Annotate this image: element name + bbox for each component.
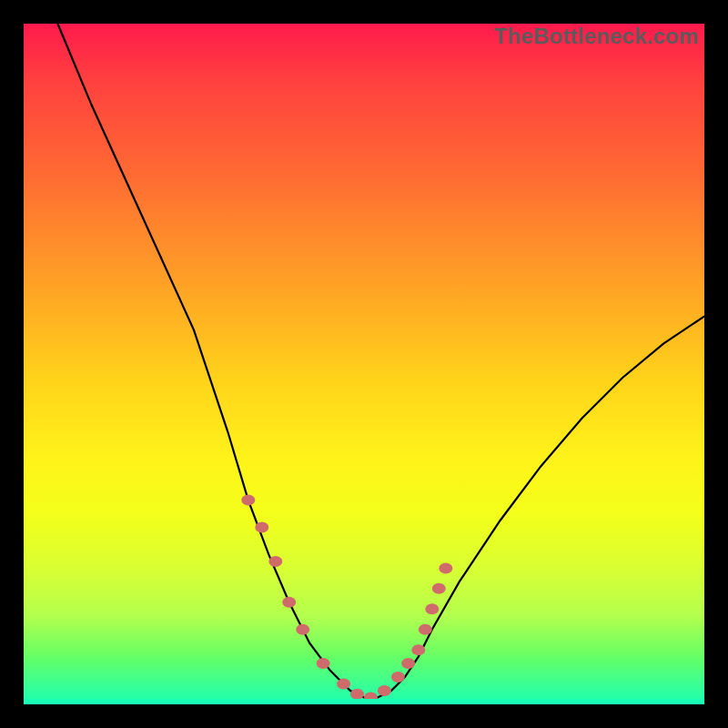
curve-marker — [296, 624, 309, 635]
curve-marker — [255, 522, 268, 533]
curve-marker — [337, 679, 350, 690]
curve-marker — [378, 685, 391, 696]
curve-marker — [317, 658, 330, 669]
curve-marker — [391, 672, 405, 682]
marker-group — [241, 495, 452, 703]
curve-marker — [268, 556, 282, 567]
curve-marker — [432, 583, 446, 594]
plot-area: TheBottleneck.com — [24, 24, 704, 704]
gradient-base-strip — [24, 699, 704, 704]
curve-marker — [350, 689, 364, 700]
curve-marker — [241, 495, 255, 506]
curve-marker — [282, 597, 296, 608]
bottleneck-curve — [57, 24, 704, 698]
curve-marker — [419, 624, 432, 635]
curve-marker — [411, 644, 425, 655]
outer-frame: TheBottleneck.com — [0, 0, 728, 728]
curve-marker — [401, 658, 415, 669]
curve-marker — [425, 603, 439, 614]
curve-layer — [24, 24, 704, 704]
curve-marker — [439, 562, 452, 573]
